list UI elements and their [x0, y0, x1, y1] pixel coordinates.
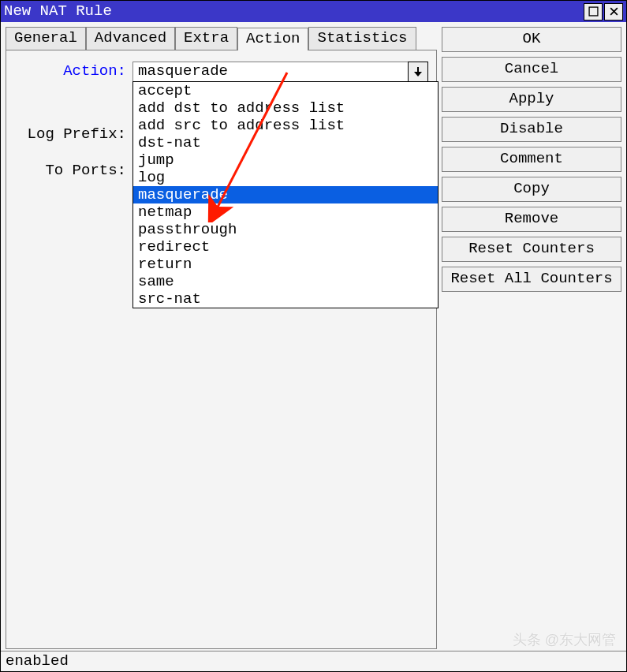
dropdown-option[interactable]: add dst to address list [133, 99, 438, 117]
tab-action[interactable]: Action [237, 28, 308, 50]
dropdown-option[interactable]: masquerade [133, 186, 438, 203]
reset-counters-button[interactable]: Reset Counters [442, 237, 621, 262]
dropdown-option[interactable]: same [133, 273, 438, 290]
tab-body: Action: masquerade Log Prefix: [6, 50, 437, 649]
dropdown-option[interactable]: src-nat [133, 290, 438, 308]
dropdown-arrow-icon[interactable] [408, 62, 428, 82]
tabs: GeneralAdvancedExtraActionStatistics [6, 27, 437, 50]
cancel-button[interactable]: Cancel [442, 57, 621, 82]
tab-advanced[interactable]: Advanced [86, 27, 175, 50]
window: New NAT Rule GeneralAdvancedExtraActionS… [0, 0, 627, 672]
dropdown-option[interactable]: dst-nat [133, 134, 438, 151]
action-combo[interactable]: masquerade [132, 62, 428, 82]
action-dropdown[interactable]: acceptadd dst to address listadd src to … [132, 81, 439, 308]
tab-statistics[interactable]: Statistics [308, 27, 416, 50]
tab-general[interactable]: General [6, 27, 86, 50]
right-buttons: OK Cancel Apply Disable Comment Copy Rem… [442, 27, 621, 649]
close-button[interactable] [604, 3, 623, 21]
dropdown-option[interactable]: add src to address list [133, 117, 438, 134]
disable-button[interactable]: Disable [442, 117, 621, 142]
dropdown-option[interactable]: return [133, 256, 438, 273]
action-label: Action: [14, 63, 132, 80]
dropdown-option[interactable]: jump [133, 151, 438, 169]
action-value: masquerade [138, 63, 228, 80]
minimize-button[interactable] [584, 3, 603, 21]
ok-button[interactable]: OK [442, 27, 621, 52]
dropdown-option[interactable]: netmap [133, 203, 438, 221]
dropdown-option[interactable]: passthrough [133, 221, 438, 238]
remove-button[interactable]: Remove [442, 207, 621, 232]
dropdown-option[interactable]: log [133, 169, 438, 186]
dropdown-option[interactable]: redirect [133, 238, 438, 256]
left-pane: GeneralAdvancedExtraActionStatistics Act… [6, 27, 437, 649]
apply-button[interactable]: Apply [442, 87, 621, 112]
status-text: enabled [6, 653, 69, 670]
svg-marker-4 [414, 72, 422, 77]
window-title: New NAT Rule [4, 3, 582, 21]
comment-button[interactable]: Comment [442, 147, 621, 172]
copy-button[interactable]: Copy [442, 177, 621, 202]
titlebar[interactable]: New NAT Rule [1, 1, 626, 22]
client-area: GeneralAdvancedExtraActionStatistics Act… [1, 22, 626, 651]
svg-rect-0 [589, 7, 598, 16]
row-action: Action: masquerade [14, 62, 428, 82]
to-ports-label: To Ports: [14, 162, 132, 180]
reset-all-counters-button[interactable]: Reset All Counters [442, 267, 621, 292]
dropdown-option[interactable]: accept [133, 82, 438, 99]
log-prefix-label: Log Prefix: [14, 126, 132, 144]
statusbar: enabled [1, 651, 626, 671]
tab-extra[interactable]: Extra [175, 27, 237, 50]
